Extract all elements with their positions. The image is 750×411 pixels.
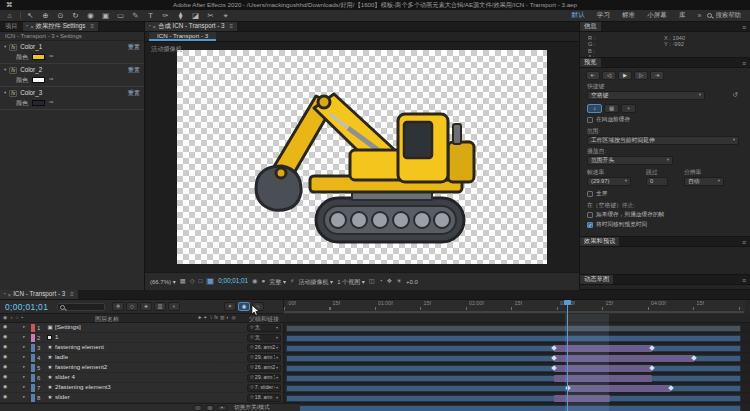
layer-track[interactable] bbox=[284, 393, 750, 403]
layer-visibility-toggle[interactable]: ◉ bbox=[3, 375, 12, 380]
track-area[interactable] bbox=[283, 323, 750, 411]
timeline-search-input[interactable] bbox=[57, 303, 105, 311]
layer-track[interactable] bbox=[284, 363, 750, 373]
effect-header[interactable]: ▾fxColor_3重置 bbox=[0, 88, 144, 98]
next-frame-button[interactable]: ▷ bbox=[634, 71, 648, 80]
reset-button[interactable]: 重置 bbox=[128, 44, 140, 50]
expand-in-out-icon[interactable]: ✦ bbox=[217, 405, 227, 411]
reset-button[interactable]: 重置 bbox=[128, 67, 140, 73]
pickwhip-icon[interactable]: ◎ bbox=[250, 335, 254, 339]
magnification-menu[interactable]: (66.7%) ▾ bbox=[150, 279, 176, 285]
resolution-dropdown[interactable]: 自动 ▾ bbox=[684, 177, 724, 186]
pickwhip-icon[interactable]: ◎ bbox=[250, 325, 254, 329]
layer-track[interactable] bbox=[284, 353, 750, 363]
first-frame-button[interactable]: ⇤ bbox=[586, 71, 600, 80]
auto-keyframe-icon[interactable]: ◉ bbox=[238, 302, 250, 311]
layer-row[interactable]: ◉▸1▣[Settings]∙ ∙◎无▾ bbox=[0, 323, 283, 333]
snapshot-icon[interactable]: ◉ bbox=[252, 278, 258, 284]
expand-transfer-controls-icon[interactable]: ▥ bbox=[205, 405, 215, 411]
search-help[interactable]: 搜索帮助 bbox=[707, 12, 741, 18]
chevron-right-icon[interactable]: ▸ bbox=[23, 335, 31, 340]
pickwhip-icon[interactable]: ◎ bbox=[250, 365, 254, 369]
close-icon[interactable]: × bbox=[30, 24, 34, 30]
mask-visibility-icon[interactable]: ◇ bbox=[190, 278, 195, 284]
layer-switches[interactable]: ∙ ∙ bbox=[203, 335, 247, 340]
close-icon[interactable]: × bbox=[153, 24, 157, 30]
grid-guides-icon[interactable]: ▦ bbox=[180, 278, 186, 284]
zoom-tool-icon[interactable]: ⊙ bbox=[55, 12, 66, 20]
skip-field[interactable]: 0 bbox=[646, 177, 668, 186]
layer-row[interactable]: ◉▸4★ladle∙ ∙◎29. arm 3▾ bbox=[0, 353, 283, 363]
layer-color-label[interactable] bbox=[31, 334, 35, 342]
workspace-tab-4[interactable]: 库 bbox=[679, 12, 686, 19]
parent-dropdown[interactable]: ◎29. arm 3▾ bbox=[247, 374, 281, 382]
selection-tool-icon[interactable]: ↖ bbox=[25, 12, 36, 20]
layer-switches[interactable]: ∙ ∙ bbox=[203, 395, 247, 400]
workspace-tab-3[interactable]: 小屏幕 bbox=[647, 12, 667, 19]
tab-composition[interactable]: ▪ × 合成 ICN - Transport - 3 ≡ bbox=[145, 22, 237, 31]
composition-viewer[interactable]: 活动摄像机 bbox=[145, 42, 579, 272]
current-time-indicator[interactable] bbox=[567, 300, 568, 411]
workspace-tab-1[interactable]: 学习 bbox=[597, 12, 610, 19]
comp-mini-flowchart-icon[interactable]: ❖ bbox=[112, 302, 124, 311]
layer-duration-bar[interactable] bbox=[286, 335, 740, 342]
panel-menu-icon[interactable]: ≡ bbox=[742, 277, 746, 284]
previous-frame-button[interactable]: ◁ bbox=[602, 71, 616, 80]
layer-color-label[interactable] bbox=[31, 394, 35, 402]
eyedropper-icon[interactable]: ✑ bbox=[49, 77, 54, 83]
layer-track[interactable] bbox=[284, 323, 750, 333]
resolution-menu[interactable]: 完整 ▾ bbox=[269, 279, 286, 285]
effect-header[interactable]: ▾fxColor_1重置 bbox=[0, 42, 144, 52]
chevron-right-icon[interactable]: ▸ bbox=[23, 345, 31, 350]
play-cached-frames-checkbox[interactable]: 如果缓存，则播放缓存的帧 bbox=[587, 212, 664, 218]
layer-row[interactable]: ◉▸5★fastening element2∙ ∙◎26. arm2▾ bbox=[0, 363, 283, 373]
layer-visibility-toggle[interactable]: ◉ bbox=[3, 365, 12, 370]
layer-visibility-toggle[interactable]: ◉ bbox=[3, 355, 12, 360]
panel-menu-icon[interactable]: ≡ bbox=[742, 239, 746, 246]
shortcut-dropdown[interactable]: 空格键 ▾ bbox=[587, 91, 705, 100]
audio-toggle-icon[interactable]: ♪ bbox=[587, 104, 602, 113]
layer-visibility-toggle[interactable]: ◉ bbox=[3, 395, 12, 400]
layer-color-label[interactable] bbox=[31, 374, 35, 382]
layer-switches[interactable]: ∙ ∙ bbox=[203, 345, 247, 350]
draft-3d-icon[interactable]: ◇ bbox=[126, 302, 138, 311]
workspace-tab-0[interactable]: 默认 bbox=[572, 12, 585, 19]
layer-row[interactable]: ◉▸6★slider 4∙ ∙◎29. arm 3▾ bbox=[0, 373, 283, 383]
orbit-tool-icon[interactable]: ↻ bbox=[70, 12, 81, 20]
pickwhip-icon[interactable]: ◎ bbox=[250, 385, 254, 389]
overlays-toggle-icon[interactable]: ▦ bbox=[604, 104, 619, 113]
apple-menu-icon[interactable]: ⌘ bbox=[6, 2, 13, 9]
layer-duration-bar[interactable] bbox=[286, 395, 740, 402]
panel-menu-icon[interactable]: ≡ bbox=[70, 291, 74, 297]
parent-dropdown[interactable]: ◎29. arm 3▾ bbox=[247, 354, 281, 362]
layer-switches[interactable]: ∙ ∙ bbox=[203, 355, 247, 360]
view-layout-menu[interactable]: 1 个视图 ▾ bbox=[337, 279, 365, 285]
brush-tool-icon[interactable]: ✑ bbox=[160, 12, 171, 20]
home-button-icon[interactable]: ⌂ bbox=[5, 12, 21, 20]
close-icon[interactable]: × bbox=[8, 292, 12, 298]
tab-effects-presets[interactable]: 效果和预设 bbox=[580, 237, 619, 246]
chevron-down-icon[interactable]: ▾ bbox=[4, 45, 6, 50]
pickwhip-icon[interactable]: ◎ bbox=[250, 375, 254, 379]
last-frame-button[interactable]: ⇥ bbox=[650, 71, 664, 80]
layer-duration-bar[interactable] bbox=[286, 325, 740, 332]
layer-track[interactable] bbox=[284, 333, 750, 343]
tab-info[interactable]: 信息 bbox=[580, 22, 601, 31]
move-time-checkbox[interactable]: ✓ 将时间移到预览时间 bbox=[587, 222, 647, 228]
chevron-down-icon[interactable]: ▾ bbox=[4, 68, 6, 73]
layer-switches[interactable]: ∙ ∙ bbox=[203, 325, 247, 330]
fullscreen-checkbox[interactable]: 全屏 bbox=[587, 191, 607, 197]
tab-effect-controls[interactable]: ▪ × 效果控件 Settings ≡ bbox=[23, 22, 99, 31]
effect-header[interactable]: ▾fxColor_2重置 bbox=[0, 65, 144, 75]
eyedropper-icon[interactable]: ✑ bbox=[49, 54, 54, 60]
exposure-value[interactable]: +0.0 bbox=[406, 279, 418, 285]
eyedropper-icon[interactable]: ✑ bbox=[49, 100, 54, 106]
workspace-tab-2[interactable]: 标准 bbox=[622, 12, 635, 19]
parent-dropdown[interactable]: ◎26. arm2▾ bbox=[247, 344, 281, 352]
pickwhip-icon[interactable]: ◎ bbox=[250, 355, 254, 359]
tab-timeline[interactable]: ▪ × ICN - Transport - 3 ≡ bbox=[0, 290, 78, 299]
panel-menu-icon[interactable]: ≡ bbox=[230, 23, 234, 29]
current-time-display[interactable]: 0;00;01;01 bbox=[5, 303, 48, 312]
puppet-pin-tool-icon[interactable]: ⌖ bbox=[220, 12, 231, 20]
playhead-handle[interactable] bbox=[564, 300, 571, 305]
